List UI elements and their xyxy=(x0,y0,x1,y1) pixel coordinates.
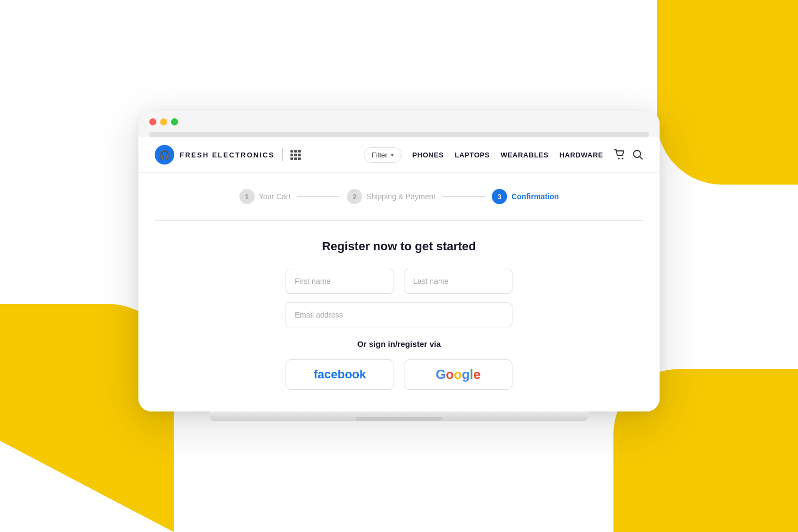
brand-logo-icon: 🎧 xyxy=(155,145,174,164)
brand-grid-icon xyxy=(290,150,301,160)
stepper-divider xyxy=(155,220,643,221)
window-controls xyxy=(149,118,649,125)
step-connector-1 xyxy=(297,196,340,197)
step-2-circle: 2 xyxy=(347,189,362,204)
facebook-label: facebook xyxy=(314,368,366,382)
brand-name: FRESH ELECTRONICS xyxy=(180,151,275,159)
browser-content: 🎧 FRESH ELECTRONICS Filter ▾ PHONES xyxy=(138,137,660,411)
checkout-stepper: 1 Your Cart 2 Shipping & Payment xyxy=(155,189,643,204)
navbar: 🎧 FRESH ELECTRONICS Filter ▾ PHONES xyxy=(138,137,660,173)
step-connector-2 xyxy=(442,196,485,197)
step-2-label: Shipping & Payment xyxy=(366,192,435,201)
nav-laptops[interactable]: LAPTOPS xyxy=(454,151,490,159)
step-3: 3 Confirmation xyxy=(492,189,559,204)
nav-phones[interactable]: PHONES xyxy=(413,151,444,159)
step-3-number: 3 xyxy=(498,193,502,201)
email-input[interactable] xyxy=(286,302,512,327)
svg-point-0 xyxy=(618,158,620,160)
browser-chrome xyxy=(138,111,660,137)
cart-button[interactable] xyxy=(614,149,626,160)
svg-point-1 xyxy=(622,158,624,160)
or-label: Or sign in/register via xyxy=(155,339,643,349)
brand-divider xyxy=(282,148,283,161)
nav-wearables[interactable]: WEARABLES xyxy=(501,151,548,159)
search-button[interactable] xyxy=(632,149,643,160)
step-1: 1 Your Cart xyxy=(239,189,291,204)
chevron-down-icon: ▾ xyxy=(391,152,394,158)
step-2: 2 Shipping & Payment xyxy=(347,189,435,204)
last-name-input[interactable] xyxy=(404,269,512,294)
social-buttons: facebook Google xyxy=(155,359,643,390)
step-2-number: 2 xyxy=(353,193,357,201)
laptop-wrapper: 🎧 FRESH ELECTRONICS Filter ▾ PHONES xyxy=(138,111,660,421)
nav-links: PHONES LAPTOPS WEARABLES HARDWARE xyxy=(413,151,603,159)
maximize-dot[interactable] xyxy=(171,118,178,125)
google-label: Google xyxy=(436,367,481,382)
brand[interactable]: 🎧 FRESH ELECTRONICS xyxy=(155,145,301,164)
nav-hardware[interactable]: HARDWARE xyxy=(559,151,603,159)
step-3-circle: 3 xyxy=(492,189,507,204)
email-field-row xyxy=(155,302,643,327)
first-name-input[interactable] xyxy=(286,269,394,294)
nav-icons xyxy=(614,149,643,160)
laptop-base xyxy=(209,411,589,421)
google-button[interactable]: Google xyxy=(404,359,512,390)
close-dot[interactable] xyxy=(149,118,156,125)
step-3-label: Confirmation xyxy=(511,192,559,201)
facebook-button[interactable]: facebook xyxy=(286,359,394,390)
address-bar xyxy=(149,132,649,137)
step-1-label: Your Cart xyxy=(259,192,291,201)
name-fields-row xyxy=(155,269,643,294)
page-content: 1 Your Cart 2 Shipping & Payment xyxy=(138,173,660,411)
filter-label: Filter xyxy=(372,151,388,159)
filter-button[interactable]: Filter ▾ xyxy=(364,147,402,163)
step-1-circle: 1 xyxy=(239,189,255,204)
browser-window: 🎧 FRESH ELECTRONICS Filter ▾ PHONES xyxy=(138,111,660,411)
minimize-dot[interactable] xyxy=(160,118,167,125)
register-title: Register now to get started xyxy=(155,239,643,254)
step-1-number: 1 xyxy=(245,193,249,201)
